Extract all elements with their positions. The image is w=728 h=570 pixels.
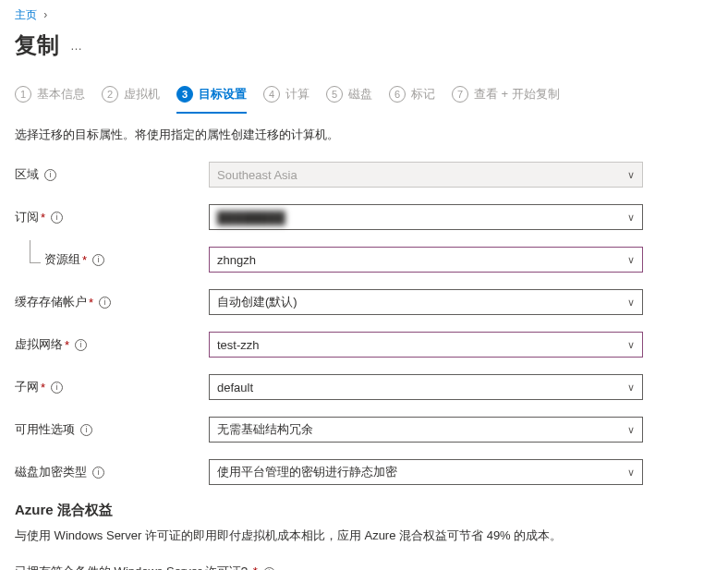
region-label: 区域 — [15, 166, 39, 183]
step-number: 6 — [389, 86, 406, 103]
info-icon[interactable]: i — [51, 212, 63, 224]
availability-dropdown[interactable]: 无需基础结构冗余∨ — [209, 417, 643, 443]
step-label: 磁盘 — [348, 86, 372, 103]
disk-encryption-label: 磁盘加密类型 — [15, 464, 87, 480]
subnet-dropdown[interactable]: default∨ — [209, 374, 643, 400]
page-title: 复制 — [15, 30, 59, 60]
step-label: 基本信息 — [37, 86, 85, 103]
wizard-step-2[interactable]: 2虚拟机 — [102, 79, 160, 114]
breadcrumb: 主页 › — [0, 0, 728, 27]
cache-storage-label: 缓存存储帐户 — [15, 294, 87, 310]
step-label: 虚拟机 — [124, 86, 160, 103]
chevron-down-icon: ∨ — [627, 424, 635, 436]
chevron-right-icon: › — [43, 8, 47, 21]
subnet-label: 子网 — [15, 379, 39, 395]
wizard-step-7[interactable]: 7查看 + 开始复制 — [452, 79, 560, 114]
vnet-dropdown[interactable]: test-zzh∨ — [209, 332, 643, 358]
wizard-nav: 1基本信息2虚拟机3目标设置4计算5磁盘6标记7查看 + 开始复制 — [0, 79, 728, 114]
step-number: 3 — [176, 86, 193, 103]
resource-group-dropdown[interactable]: zhngzh∨ — [209, 247, 643, 273]
availability-label: 可用性选项 — [15, 421, 75, 438]
step-label: 标记 — [411, 86, 435, 103]
step-label: 目标设置 — [199, 86, 247, 103]
cache-storage-dropdown[interactable]: 自动创建(默认)∨ — [209, 289, 643, 315]
wizard-step-5[interactable]: 5磁盘 — [326, 79, 372, 114]
info-icon[interactable]: i — [92, 254, 104, 266]
vnet-label: 虚拟网络 — [15, 336, 63, 353]
info-icon[interactable]: i — [263, 567, 275, 571]
wizard-step-3[interactable]: 3目标设置 — [176, 79, 247, 114]
wizard-step-4[interactable]: 4计算 — [263, 79, 309, 114]
breadcrumb-home[interactable]: 主页 — [15, 8, 37, 21]
step-label: 查看 + 开始复制 — [474, 86, 560, 103]
wizard-step-1[interactable]: 1基本信息 — [15, 79, 85, 114]
chevron-down-icon: ∨ — [627, 467, 635, 479]
info-icon[interactable]: i — [44, 169, 56, 181]
chevron-down-icon: ∨ — [627, 382, 635, 394]
chevron-down-icon: ∨ — [627, 169, 635, 181]
step-number: 4 — [263, 86, 280, 103]
resource-group-label: 资源组 — [44, 251, 80, 268]
more-icon[interactable]: … — [70, 39, 84, 53]
page-description: 选择迁移的目标属性。将使用指定的属性创建迁移的计算机。 — [0, 127, 728, 162]
info-icon[interactable]: i — [99, 297, 111, 309]
step-number: 2 — [102, 86, 118, 103]
chevron-down-icon: ∨ — [627, 297, 635, 309]
step-number: 7 — [452, 86, 468, 103]
hybrid-section-title: Azure 混合权益 — [15, 502, 713, 519]
step-label: 计算 — [285, 86, 309, 103]
step-number: 5 — [326, 86, 343, 103]
subscription-label: 订阅 — [15, 209, 39, 225]
info-icon[interactable]: i — [80, 424, 92, 436]
step-number: 1 — [15, 86, 31, 103]
chevron-down-icon: ∨ — [627, 339, 635, 351]
wizard-step-6[interactable]: 6标记 — [389, 79, 435, 114]
disk-encryption-dropdown[interactable]: 使用平台管理的密钥进行静态加密∨ — [209, 459, 643, 485]
info-icon[interactable]: i — [92, 467, 104, 479]
region-dropdown: Southeast Asia∨ — [209, 162, 643, 188]
hybrid-question-label: 已拥有符合条件的 Windows Server 许可证? — [15, 564, 251, 571]
hybrid-section-desc: 与使用 Windows Server 许可证的即用即付虚拟机成本相比，应用 Az… — [15, 527, 713, 545]
chevron-down-icon: ∨ — [627, 254, 635, 266]
subscription-dropdown[interactable]: ████████∨ — [209, 204, 643, 230]
chevron-down-icon: ∨ — [627, 212, 635, 224]
info-icon[interactable]: i — [51, 382, 63, 394]
info-icon[interactable]: i — [75, 339, 87, 351]
